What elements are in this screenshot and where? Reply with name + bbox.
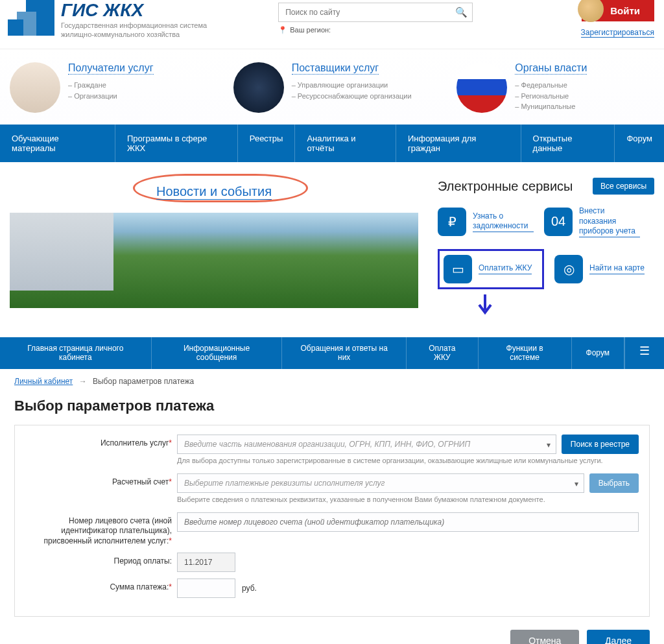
nav2-item[interactable]: Форум xyxy=(572,337,624,369)
service-meter[interactable]: 04 Внести показания приборов учета xyxy=(544,206,640,237)
search-icon[interactable]: 🔍 xyxy=(455,6,468,18)
nav2-item[interactable]: Оплата ЖКУ xyxy=(407,337,479,369)
services-heading: Электронные сервисы xyxy=(438,179,573,194)
cancel-button[interactable]: Отмена xyxy=(510,630,579,644)
nav-item[interactable]: Информация для граждан xyxy=(396,125,521,162)
nav2-item[interactable]: Обращения и ответы на них xyxy=(282,337,406,369)
search-input[interactable] xyxy=(278,3,473,22)
breadcrumb-sep: → xyxy=(79,377,87,386)
service-map[interactable]: ◎ Найти на карте xyxy=(554,249,650,289)
all-services-button[interactable]: Все сервисы xyxy=(593,178,654,195)
provider-hint: Для выбора доступны только зарегистриров… xyxy=(177,457,639,464)
cat-item: Ресурсоснабжающие организации xyxy=(292,91,412,102)
service-label: Найти на карте xyxy=(589,263,645,274)
period-input[interactable] xyxy=(177,553,235,572)
key-icon xyxy=(578,0,604,22)
account-nav: Главная страница личного кабинета Информ… xyxy=(0,337,664,369)
pin-icon: 📍 xyxy=(278,26,287,34)
currency-label: руб. xyxy=(242,584,257,593)
page-title: Выбор параметров платежа xyxy=(0,394,664,425)
logo-title: ГИС ЖКХ xyxy=(61,0,207,21)
nav-item[interactable]: Форум xyxy=(615,125,664,162)
cat-item: Федеральные xyxy=(515,80,587,91)
chevron-down-icon: ▾ xyxy=(547,440,551,449)
payment-form: Исполнитель услуг* Введите часть наимено… xyxy=(14,425,650,617)
service-label: Узнать о задолженности xyxy=(473,211,534,232)
period-label: Период оплаты: xyxy=(25,553,177,567)
cat-item: Управляющие организации xyxy=(292,80,412,91)
main-nav: Обучающие материалы Программы в сфере ЖК… xyxy=(0,125,664,162)
wallet-icon: ▭ xyxy=(444,255,472,283)
cat-providers-icon xyxy=(233,62,284,113)
cat-item: Организации xyxy=(68,91,154,102)
account-choose-button[interactable]: Выбрать xyxy=(589,473,639,493)
cat-item: Граждане xyxy=(68,80,154,91)
cat-authorities: Органы власти Федеральные Региональные М… xyxy=(456,62,654,113)
logo-sub2: жилищно-коммунального хозяйства xyxy=(61,30,207,39)
breadcrumb-current: Выбор параметров платежа xyxy=(93,377,194,386)
breadcrumb: Личный кабинет → Выбор параметров платеж… xyxy=(0,369,664,394)
account-select[interactable]: Выберите платежные реквизиты исполнителя… xyxy=(177,473,584,493)
nav2-item[interactable]: Информационные сообщения xyxy=(152,337,283,369)
ruble-icon: ₽ xyxy=(438,208,466,236)
nav-item[interactable]: Аналитика и отчёты xyxy=(295,125,396,162)
personal-label: Номер лицевого счета (иной идентификатор… xyxy=(25,512,177,547)
sum-input[interactable] xyxy=(177,578,235,598)
service-debt[interactable]: ₽ Узнать о задолженности xyxy=(438,206,534,237)
nav-item[interactable]: Открытые данные xyxy=(521,125,615,162)
cat-recipients: Получатели услуг Граждане Организации xyxy=(10,62,208,113)
region-label: 📍Ваш регион: xyxy=(278,26,473,34)
cat-item: Региональные xyxy=(515,91,587,102)
cat-providers: Поставщики услуг Управляющие организации… xyxy=(233,62,431,113)
next-button[interactable]: Далее xyxy=(587,630,650,644)
logo-icon xyxy=(8,0,54,42)
chevron-down-icon: ▾ xyxy=(575,479,578,488)
cat-recipients-title[interactable]: Получатели услуг xyxy=(68,62,154,75)
meter-icon: 04 xyxy=(544,208,573,236)
account-label: Расчетный счет* xyxy=(25,473,177,488)
nav2-item[interactable]: Главная страница личного кабинета xyxy=(0,337,152,369)
cat-item: Муниципальные xyxy=(515,101,587,112)
provider-label: Исполнитель услуг* xyxy=(25,435,177,449)
news-link[interactable]: Новости и события xyxy=(156,184,272,200)
service-label: Оплатить ЖКУ xyxy=(479,263,532,274)
provider-select[interactable]: Введите часть наименования организации, … xyxy=(177,435,556,454)
account-hint: Выберите сведения о платежных реквизитах… xyxy=(177,495,639,503)
sum-label: Сумма платежа:* xyxy=(25,578,177,593)
map-pin-icon: ◎ xyxy=(554,255,583,283)
personal-account-input[interactable] xyxy=(177,512,639,532)
category-row: Получатели услуг Граждане Организации По… xyxy=(0,49,664,125)
cat-authorities-title[interactable]: Органы власти xyxy=(515,62,587,75)
nav-item[interactable]: Реестры xyxy=(238,125,296,162)
nav2-item[interactable]: Функции в системе xyxy=(479,337,572,369)
login-button[interactable]: Войти xyxy=(582,0,654,21)
logo-sub1: Государственная информационная система xyxy=(61,21,207,30)
nav-item[interactable]: Программы в сфере ЖКХ xyxy=(115,125,238,162)
nav-item[interactable]: Обучающие материалы xyxy=(0,125,115,162)
service-pay[interactable]: ▭ Оплатить ЖКУ xyxy=(438,249,544,289)
cat-recipients-icon xyxy=(10,62,60,113)
cat-authorities-icon xyxy=(456,62,507,113)
arrow-down-icon xyxy=(475,293,495,318)
menu-icon[interactable]: ☰ xyxy=(624,337,664,369)
breadcrumb-root[interactable]: Личный кабинет xyxy=(14,377,73,386)
service-label: Внести показания приборов учета xyxy=(579,206,640,237)
register-link[interactable]: Зарегистрироваться xyxy=(581,28,654,38)
provider-search-button[interactable]: Поиск в реестре xyxy=(562,435,639,454)
cat-providers-title[interactable]: Поставщики услуг xyxy=(292,62,379,75)
news-image xyxy=(10,213,418,308)
logo-block: ГИС ЖКХ Государственная информационная с… xyxy=(8,0,207,42)
